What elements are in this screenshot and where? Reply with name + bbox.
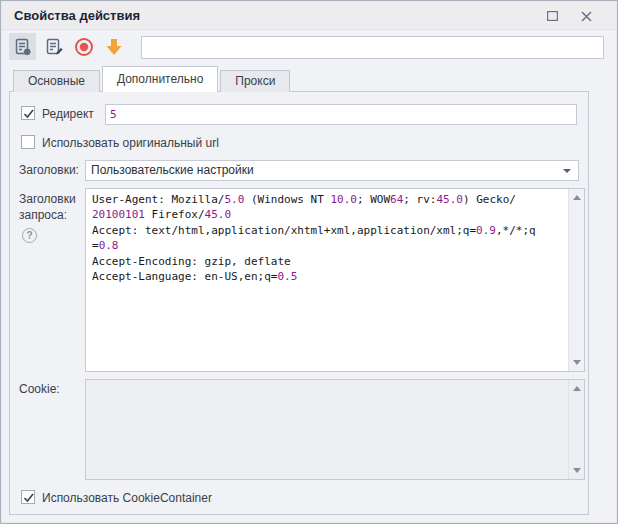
tab-strip: Основные Дополнительно Прокси (13, 66, 292, 92)
checkmark-icon (22, 491, 36, 505)
redirect-label: Редирект (42, 107, 94, 121)
close-button[interactable] (574, 6, 598, 26)
request-headers-label: Заголовки запроса: (19, 191, 83, 223)
action-settings-button[interactable] (9, 33, 36, 60)
cookie-label: Cookie: (19, 382, 60, 396)
document-edit-icon (44, 37, 64, 57)
document-gear-icon (13, 37, 33, 57)
use-cookie-container-checkbox[interactable] (21, 490, 35, 504)
tab-proksi[interactable]: Прокси (220, 70, 290, 92)
record-button[interactable] (70, 33, 97, 60)
close-icon (581, 11, 592, 22)
use-original-url-checkbox[interactable] (21, 135, 35, 149)
maximize-icon (547, 11, 558, 21)
checkmark-icon (22, 107, 36, 121)
action-properties-window: Свойства действия (0, 0, 618, 524)
scroll-up-icon[interactable] (569, 190, 585, 205)
scroll-down-icon[interactable] (569, 355, 585, 370)
toolbar (2, 30, 616, 64)
download-button[interactable] (100, 33, 127, 60)
window-title: Свойства действия (14, 2, 140, 30)
titlebar: Свойства действия (2, 2, 616, 30)
redirect-count-input[interactable]: 5 (105, 104, 577, 125)
maximize-button[interactable] (540, 6, 564, 26)
tab-dopolnitelno[interactable]: Дополнительно (102, 66, 218, 92)
request-headers-textarea[interactable]: User-Agent: Mozilla/5.0 (Windows NT 10.0… (85, 188, 585, 372)
request-headers-text: User-Agent: Mozilla/5.0 (Windows NT 10.0… (86, 189, 568, 371)
use-cookie-container-label: Использовать CookieContainer (42, 491, 212, 505)
use-original-url-label: Использовать оригинальный url (42, 136, 219, 150)
down-arrow-icon (104, 37, 124, 57)
cookie-text (86, 380, 568, 479)
cookie-scrollbar[interactable] (568, 380, 584, 479)
chevron-down-icon (563, 169, 571, 173)
headers-select[interactable]: Пользовательские настройки (85, 160, 579, 181)
tab-osnovnye[interactable]: Основные (13, 70, 100, 92)
scroll-up-icon[interactable] (569, 381, 585, 396)
help-icon[interactable]: ? (22, 228, 37, 243)
action-edit-button[interactable] (40, 33, 67, 60)
cookie-textarea[interactable] (85, 379, 585, 480)
request-headers-scrollbar[interactable] (568, 189, 584, 371)
record-icon (74, 37, 94, 57)
scroll-down-icon[interactable] (569, 463, 585, 478)
toolbar-input[interactable] (141, 36, 604, 59)
headers-label: Заголовки: (19, 163, 79, 177)
headers-selected-value: Пользовательские настройки (91, 163, 254, 177)
redirect-checkbox[interactable] (21, 106, 35, 120)
